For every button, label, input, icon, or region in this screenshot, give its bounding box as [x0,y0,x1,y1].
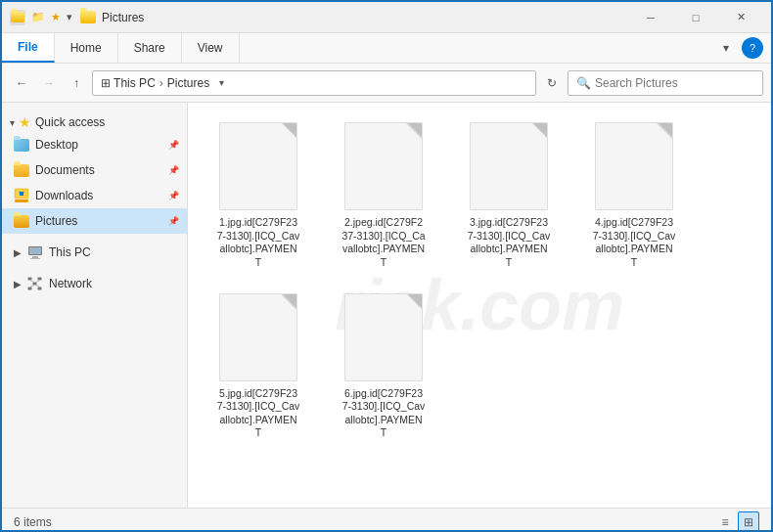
search-box[interactable]: 🔍 [568,70,763,96]
corner-fold-icon [408,294,422,308]
ribbon-chevron-down[interactable]: ▾ [714,36,738,60]
search-icon: 🔍 [576,76,591,90]
star-icon: ★ [19,114,31,130]
address-bar: ← → ↑ ⊞ This PC › Pictures ▾ ↻ 🔍 [2,64,771,103]
pin-icon-desktop: 📌 [168,140,179,150]
path-pictures: Pictures [167,76,209,90]
close-button[interactable]: ✕ [718,2,763,33]
sidebar-item-network[interactable]: ▶ Network [2,271,187,296]
svg-rect-8 [28,278,32,281]
title-folder-icon [80,11,96,23]
pin-icon-documents: 📌 [168,165,179,175]
tab-view[interactable]: View [182,33,240,63]
file-item[interactable]: 5.jpg.id[C279F23 7-3130].[ICQ_Cav allobt… [200,286,317,449]
address-input[interactable]: ⊞ This PC › Pictures ▾ [92,70,536,96]
refresh-button[interactable]: ↻ [540,71,564,95]
file-item[interactable]: 4.jpg.id[C279F23 7-3130].[ICQ_Cav allobt… [575,114,693,278]
window-title: Pictures [80,11,628,24]
file-name: 6.jpg.id[C279F23 7-3130].[ICQ_Cav allobt… [342,387,426,441]
up-button[interactable]: ↑ [65,71,88,95]
pin-icon-pictures: 📌 [168,216,179,226]
path-this-pc: ⊞ This PC [101,76,156,90]
minimize-button[interactable]: ─ [628,2,673,33]
corner-fold-icon [408,123,422,137]
tile-view-button[interactable]: ⊞ [738,511,759,533]
desktop-folder-icon [14,137,29,153]
svg-line-15 [30,286,35,288]
ribbon: File Home Share View ▾ ? [2,33,771,64]
view-controls: ≡ ⊞ [714,511,759,533]
documents-folder-icon [14,162,29,178]
network-label: Network [49,277,92,290]
list-view-button[interactable]: ≡ [714,511,736,533]
ribbon-spacer [240,33,706,63]
file-item[interactable]: 1.jpg.id[C279F23 7-3130].[ICQ_Cav allobt… [200,114,317,278]
svg-line-16 [36,286,40,288]
quick-access-header[interactable]: ▾ ★ Quick access [2,111,187,132]
item-count: 6 items [14,515,52,529]
window-icon [10,10,25,25]
corner-fold-icon [283,123,296,137]
file-item[interactable]: 6.jpg.id[C279F23 7-3130].[ICQ_Cav allobt… [325,286,442,449]
chevron-down-icon: ▾ [10,117,15,128]
ribbon-right: ▾ ? [706,33,771,63]
help-button[interactable]: ? [742,37,763,59]
corner-fold-icon [659,123,672,137]
desktop-label: Desktop [35,138,78,152]
sidebar-item-this-pc[interactable]: ▶ This PC [2,240,187,265]
sidebar-item-desktop[interactable]: Desktop 📌 [2,132,187,157]
tab-home[interactable]: Home [55,33,118,63]
file-name: 3.jpg.id[C279F23 7-3130].[ICQ_Cav allobt… [468,216,551,270]
sidebar-item-downloads[interactable]: Downloads 📌 [2,183,187,208]
ribbon-tabs: File Home Share View ▾ ? [2,33,771,63]
tab-file[interactable]: File [2,33,55,63]
search-input[interactable] [595,76,754,90]
svg-line-13 [30,281,35,283]
sidebar-item-documents[interactable]: Documents 📌 [2,157,187,183]
corner-fold-icon [283,294,296,308]
chevron-right-icon: ▶ [14,247,22,258]
network-icon [27,276,43,291]
file-thumbnail [344,293,423,381]
sidebar: ▾ ★ Quick access Desktop 📌 Documents 📌 [2,103,188,508]
this-pc-label: This PC [49,245,91,259]
file-name: 2.jpeg.id[C279F2 37-3130].[ICQ_Ca vallob… [341,216,425,270]
downloads-icon [14,188,29,203]
documents-label: Documents [35,163,95,177]
forward-button[interactable]: → [37,71,61,95]
file-thumbnail [595,122,673,210]
address-dropdown-button[interactable]: ▾ [209,71,233,95]
quick-access-icon2: ★ [51,11,61,23]
file-grid: 1.jpg.id[C279F23 7-3130].[ICQ_Cav allobt… [200,114,759,448]
address-path: ⊞ This PC › Pictures [101,76,209,90]
maximize-button[interactable]: □ [673,2,718,33]
back-button[interactable]: ← [10,71,33,95]
corner-fold-icon [533,123,547,137]
pictures-label: Pictures [35,214,77,228]
file-thumbnail [344,122,423,210]
pc-icon [27,244,43,260]
file-item[interactable]: 2.jpeg.id[C279F2 37-3130].[ICQ_Ca vallob… [325,114,442,278]
svg-rect-12 [38,288,42,290]
window-controls[interactable]: ─ □ ✕ [628,2,763,33]
sidebar-item-pictures[interactable]: Pictures 📌 [2,208,187,234]
pictures-folder-icon [14,213,29,229]
chevron-right-icon-network: ▶ [14,279,22,289]
file-thumbnail [470,122,548,210]
tab-share[interactable]: Share [118,33,182,63]
svg-rect-9 [33,283,37,286]
svg-rect-7 [30,258,40,259]
file-name: 1.jpg.id[C279F23 7-3130].[ICQ_Cav allobt… [217,216,300,270]
svg-line-14 [36,281,40,283]
file-name: 4.jpg.id[C279F23 7-3130].[ICQ_Cav allobt… [593,216,676,270]
file-thumbnail [219,122,297,210]
quick-access-icon1: 📁 [31,11,45,23]
dropdown-arrow[interactable]: ▾ [67,11,72,23]
svg-rect-6 [32,256,38,258]
file-item[interactable]: 3.jpg.id[C279F23 7-3130].[ICQ_Cav allobt… [450,114,568,278]
downloads-label: Downloads [35,189,93,202]
path-separator-1: › [159,76,163,90]
pin-icon-downloads: 📌 [168,191,179,200]
content-area: risk.com 1.jpg.id[C279F23 7-3130].[ICQ_C… [188,103,771,508]
title-bar-icons: 📁 ★ ▾ [10,10,72,25]
